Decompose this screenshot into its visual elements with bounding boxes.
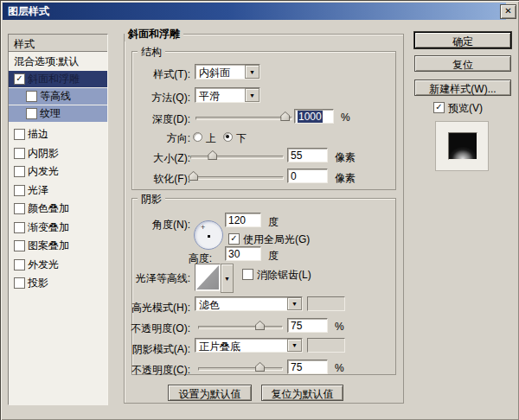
highlight-color-swatch[interactable] — [307, 296, 345, 311]
use-global-light-label[interactable]: 使用全局光(G) — [243, 232, 310, 247]
shadow-mode-dropdown[interactable]: 正片叠底 ▼ — [195, 338, 303, 353]
sidebar-item-1[interactable]: ✓斜面和浮雕 — [9, 71, 107, 87]
shadow-opacity-unit: % — [335, 362, 344, 374]
sidebar-item-label: 投影 — [28, 275, 48, 291]
style-preview-thumbnail — [448, 132, 477, 160]
sidebar-item-4[interactable]: 描边 — [9, 126, 107, 143]
sidebar-item-6[interactable]: 内发光 — [9, 163, 107, 180]
shadow-opacity-label: 不透明度(C): — [131, 363, 190, 378]
sidebar-item-checkbox[interactable] — [14, 277, 25, 289]
depth-unit: % — [341, 111, 350, 124]
preview-checkbox[interactable]: ✓ — [433, 102, 445, 113]
altitude-unit: 度 — [268, 249, 279, 264]
chevron-down-icon: ▼ — [292, 301, 298, 307]
shadow-opacity-input[interactable]: 75 — [287, 360, 328, 374]
styles-panel: 样式 混合选项:默认✓斜面和浮雕等高线纹理描边内阴影内发光光泽颜色叠加渐变叠加图… — [8, 34, 108, 405]
direction-down-label[interactable]: 下 — [236, 131, 247, 146]
chevron-down-icon: ▼ — [249, 92, 255, 99]
structure-group-label: 结构 — [138, 45, 165, 60]
technique-dropdown[interactable]: 平滑 ▼ — [195, 87, 260, 103]
sidebar-item-checkbox[interactable] — [14, 203, 25, 214]
style-label: 样式(T): — [153, 67, 190, 82]
sidebar-item-3[interactable]: 纹理 — [9, 105, 107, 122]
angle-input[interactable]: 120 — [225, 213, 261, 227]
sidebar-item-label: 描边 — [28, 126, 48, 143]
make-default-button[interactable]: 设置为默认值 — [168, 385, 252, 401]
direction-label: 方向: — [167, 131, 190, 146]
sidebar-item-checkbox[interactable] — [14, 129, 25, 140]
anti-aliased-label[interactable]: 消除锯齿(L) — [257, 268, 311, 283]
soften-unit: 像素 — [335, 171, 356, 186]
sidebar-item-label: 混合选项:默认 — [14, 54, 79, 70]
sidebar-item-checkbox[interactable] — [14, 240, 25, 251]
preview-label[interactable]: 预览(V) — [448, 101, 483, 116]
sidebar-item-12[interactable]: 投影 — [9, 275, 107, 291]
direction-up-label[interactable]: 上 — [206, 131, 216, 146]
sidebar-item-checkbox[interactable] — [14, 166, 25, 177]
ok-button[interactable]: 确定 — [414, 32, 511, 48]
sidebar-item-checkbox[interactable] — [14, 185, 25, 196]
shadow-mode-dropdown-button[interactable]: ▼ — [287, 339, 302, 352]
sidebar-item-checkbox[interactable]: ✓ — [14, 73, 25, 85]
depth-slider[interactable] — [195, 117, 292, 120]
preview-panel — [435, 121, 489, 171]
sidebar-item-10[interactable]: 图案叠加 — [9, 238, 107, 254]
anti-aliased-checkbox[interactable] — [242, 269, 253, 280]
highlight-mode-dropdown[interactable]: 滤色 ▼ — [195, 296, 303, 311]
close-button[interactable]: ✕ — [500, 4, 516, 19]
shadow-color-swatch[interactable] — [307, 338, 345, 353]
titlebar[interactable]: 图层样式 — [3, 3, 506, 20]
sidebar-item-checkbox[interactable] — [14, 222, 25, 233]
chevron-down-icon: ▼ — [249, 69, 255, 75]
style-dropdown[interactable]: 内斜面 ▼ — [195, 64, 260, 80]
highlight-opacity-label: 不透明度(O): — [131, 321, 190, 336]
contour-shape — [196, 265, 219, 290]
direction-down-radio[interactable] — [223, 132, 233, 142]
sidebar-item-checkbox[interactable] — [26, 91, 37, 102]
sidebar-item-checkbox[interactable] — [14, 148, 25, 159]
shadow-opacity-slider[interactable] — [198, 367, 283, 371]
soften-input[interactable]: 0 — [287, 169, 328, 183]
size-input[interactable]: 55 — [287, 148, 328, 162]
gloss-contour-swatch[interactable] — [195, 264, 221, 291]
sidebar-item-2[interactable]: 等高线 — [9, 88, 107, 105]
sidebar-item-checkbox[interactable] — [26, 108, 37, 119]
angle-value: 120 — [228, 214, 246, 226]
sidebar-item-9[interactable]: 渐变叠加 — [9, 220, 107, 236]
depth-label: 深度(D): — [152, 112, 190, 127]
shadow-mode-label: 阴影模式(A): — [132, 342, 190, 357]
highlight-mode-label: 高光模式(H): — [131, 301, 190, 315]
technique-dropdown-button[interactable]: ▼ — [245, 88, 260, 102]
altitude-input[interactable]: 30 — [225, 246, 261, 261]
use-global-light-checkbox[interactable]: ✓ — [228, 233, 240, 245]
close-icon: ✕ — [504, 6, 511, 16]
angle-dial[interactable] — [194, 220, 223, 250]
reset-default-button[interactable]: 复位为默认值 — [261, 385, 343, 401]
soften-slider[interactable] — [190, 176, 284, 180]
sidebar-item-checkbox[interactable] — [14, 259, 25, 270]
style-dropdown-button[interactable]: ▼ — [245, 65, 260, 79]
styles-list: 混合选项:默认✓斜面和浮雕等高线纹理描边内阴影内发光光泽颜色叠加渐变叠加图案叠加… — [9, 51, 107, 405]
chevron-down-icon: ▼ — [292, 342, 298, 348]
sidebar-item-7[interactable]: 光泽 — [9, 182, 107, 199]
sidebar-item-0[interactable]: 混合选项:默认 — [9, 54, 107, 70]
bevel-emboss-panel: 斜面和浮雕 结构 样式(T): 内斜面 ▼ 方法(Q): 平滑 ▼ 深度(D):… — [124, 34, 404, 404]
direction-up-radio[interactable] — [193, 132, 202, 142]
highlight-opacity-slider[interactable] — [198, 326, 283, 329]
highlight-opacity-input[interactable]: 75 — [287, 318, 328, 333]
altitude-value: 30 — [228, 248, 240, 260]
sidebar-item-label: 纹理 — [40, 105, 61, 122]
sidebar-item-5[interactable]: 内阴影 — [9, 145, 107, 162]
sidebar-item-8[interactable]: 颜色叠加 — [9, 200, 107, 217]
sidebar-item-11[interactable]: 外发光 — [9, 257, 107, 273]
soften-value: 0 — [291, 170, 297, 182]
size-slider[interactable] — [190, 156, 284, 159]
depth-input[interactable]: 1000 — [294, 109, 334, 124]
reset-button[interactable]: 复位 — [414, 55, 511, 72]
new-style-button[interactable]: 新建样式(W)... — [414, 80, 511, 96]
shadow-mode-value: 正片叠底 — [199, 340, 240, 354]
highlight-mode-dropdown-button[interactable]: ▼ — [287, 297, 302, 310]
styles-header: 样式 — [14, 37, 35, 52]
gloss-contour-dropdown-button[interactable]: ▼ — [221, 264, 234, 293]
sidebar-item-label: 外发光 — [28, 257, 59, 273]
